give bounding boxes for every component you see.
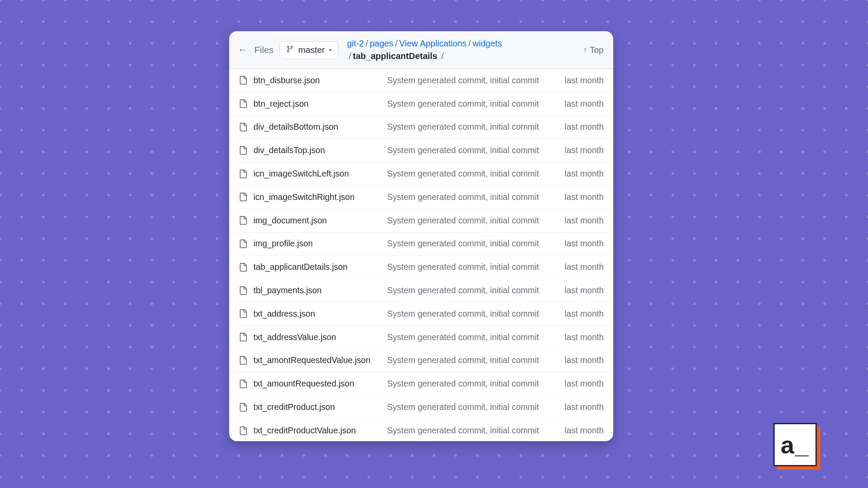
- file-time: last month: [565, 75, 604, 85]
- file-time: last month: [565, 122, 604, 132]
- file-row[interactable]: div_detailsBottom.jsonSystem generated c…: [229, 116, 613, 139]
- file-time: last month: [565, 285, 604, 295]
- file-commit-message[interactable]: System generated commit, initial commit: [387, 379, 565, 389]
- file-icon: [239, 426, 247, 435]
- file-row[interactable]: tbl_payments.jsonSystem generated commit…: [229, 279, 613, 302]
- logo-front: a_: [773, 423, 817, 466]
- file-commit-message[interactable]: System generated commit, initial commit: [387, 169, 565, 179]
- file-name[interactable]: tbl_payments.json: [253, 285, 387, 295]
- caret-down-icon: ▾: [329, 47, 332, 53]
- back-arrow-icon[interactable]: ←: [237, 43, 248, 56]
- file-row[interactable]: tab_applicantDetails.jsonSystem generate…: [229, 255, 613, 279]
- arrow-up-icon: ↑: [583, 46, 587, 55]
- file-icon: [239, 239, 247, 248]
- file-commit-message[interactable]: System generated commit, initial commit: [387, 122, 565, 132]
- file-row[interactable]: btn_reject.jsonSystem generated commit, …: [229, 92, 613, 116]
- file-time: last month: [565, 145, 604, 155]
- file-icon: [239, 286, 247, 295]
- files-label: Files: [254, 45, 273, 55]
- file-name[interactable]: txt_amontRequestedValue.json: [253, 355, 387, 365]
- file-name[interactable]: div_detailsBottom.json: [253, 122, 387, 132]
- file-row[interactable]: txt_amontRequestedValue.jsonSystem gener…: [229, 349, 613, 373]
- repo-panel: ← Files master ▾ git-2/pages/View Applic…: [229, 31, 613, 441]
- file-icon: [239, 216, 247, 225]
- file-time: last month: [565, 239, 604, 249]
- file-name[interactable]: div_detailsTop.json: [253, 145, 387, 155]
- panel-header: ← Files master ▾ git-2/pages/View Applic…: [229, 31, 613, 69]
- file-row[interactable]: txt_creditProductValue.jsonSystem genera…: [229, 419, 613, 441]
- file-time: last month: [565, 402, 604, 412]
- breadcrumb-segment[interactable]: View Applications: [399, 39, 467, 48]
- file-icon: [239, 380, 247, 388]
- file-icon: [239, 356, 247, 365]
- branch-name: master: [298, 45, 325, 55]
- file-row[interactable]: div_detailsTop.jsonSystem generated comm…: [229, 139, 613, 162]
- top-link[interactable]: ↑ Top: [583, 45, 604, 55]
- file-icon: [239, 146, 247, 155]
- file-icon: [239, 99, 247, 108]
- file-list: btn_disburse.jsonSystem generated commit…: [229, 69, 613, 441]
- file-icon: [239, 123, 247, 131]
- file-time: last month: [565, 192, 604, 202]
- file-commit-message[interactable]: System generated commit, initial commit: [387, 192, 565, 202]
- file-name[interactable]: tab_applicantDetails.json: [253, 262, 387, 272]
- file-time: last month: [565, 262, 604, 272]
- file-row[interactable]: icn_imageSwitchLeft.jsonSystem generated…: [229, 162, 613, 186]
- file-row[interactable]: icn_imageSwitchRight.jsonSystem generate…: [229, 186, 613, 209]
- file-commit-message[interactable]: System generated commit, initial commit: [387, 75, 565, 85]
- file-icon: [239, 76, 247, 85]
- file-row[interactable]: btn_disburse.jsonSystem generated commit…: [229, 69, 613, 92]
- file-commit-message[interactable]: System generated commit, initial commit: [387, 332, 565, 342]
- file-commit-message[interactable]: System generated commit, initial commit: [387, 239, 565, 249]
- file-commit-message[interactable]: System generated commit, initial commit: [387, 355, 565, 365]
- file-commit-message[interactable]: System generated commit, initial commit: [387, 285, 565, 295]
- file-name[interactable]: icn_imageSwitchRight.json: [253, 192, 387, 202]
- file-time: last month: [565, 309, 604, 319]
- file-name[interactable]: txt_amountRequested.json: [253, 379, 387, 389]
- git-branch-icon: [286, 45, 294, 55]
- breadcrumbs: git-2/pages/View Applications/widgets/ta…: [344, 37, 577, 62]
- logo-badge: a_: [773, 423, 817, 466]
- file-name[interactable]: icn_imageSwitchLeft.json: [253, 169, 387, 179]
- breadcrumb-current: tab_applicantDetails: [353, 51, 437, 61]
- breadcrumb-segment[interactable]: pages: [370, 39, 394, 48]
- top-label: Top: [590, 45, 604, 55]
- branch-selector[interactable]: master ▾: [279, 41, 338, 59]
- file-time: last month: [565, 379, 604, 389]
- file-row[interactable]: img_profile.jsonSystem generated commit,…: [229, 233, 613, 256]
- file-row[interactable]: txt_amountRequested.jsonSystem generated…: [229, 372, 613, 396]
- file-icon: [239, 333, 247, 341]
- file-time: last month: [565, 426, 604, 436]
- breadcrumb-segment[interactable]: widgets: [473, 39, 502, 48]
- file-time: last month: [565, 355, 604, 365]
- file-commit-message[interactable]: System generated commit, initial commit: [387, 426, 565, 436]
- file-row[interactable]: img_document.jsonSystem generated commit…: [229, 209, 613, 233]
- breadcrumb-root[interactable]: git-2: [347, 39, 364, 48]
- file-name[interactable]: btn_disburse.json: [253, 75, 387, 85]
- file-icon: [239, 263, 247, 272]
- file-icon: [239, 403, 247, 412]
- file-row[interactable]: txt_addressValue.jsonSystem generated co…: [229, 326, 613, 349]
- file-time: last month: [565, 169, 604, 179]
- file-name[interactable]: btn_reject.json: [253, 99, 387, 109]
- file-name[interactable]: txt_addressValue.json: [253, 332, 387, 342]
- file-commit-message[interactable]: System generated commit, initial commit: [387, 402, 565, 412]
- file-name[interactable]: txt_address.json: [253, 309, 387, 319]
- file-time: last month: [565, 332, 604, 342]
- file-time: last month: [565, 99, 604, 109]
- file-name[interactable]: img_profile.json: [253, 239, 387, 249]
- file-name[interactable]: img_document.json: [253, 216, 387, 226]
- file-name[interactable]: txt_creditProductValue.json: [253, 426, 387, 436]
- file-commit-message[interactable]: System generated commit, initial commit: [387, 99, 565, 109]
- file-icon: [239, 193, 247, 201]
- file-row[interactable]: txt_creditProduct.jsonSystem generated c…: [229, 396, 613, 419]
- file-icon: [239, 309, 247, 318]
- file-commit-message[interactable]: System generated commit, initial commit: [387, 262, 565, 272]
- file-icon: [239, 170, 247, 178]
- file-commit-message[interactable]: System generated commit, initial commit: [387, 216, 565, 226]
- file-commit-message[interactable]: System generated commit, initial commit: [387, 145, 565, 155]
- file-time: last month: [565, 216, 604, 226]
- file-commit-message[interactable]: System generated commit, initial commit: [387, 309, 565, 319]
- file-row[interactable]: txt_address.jsonSystem generated commit,…: [229, 302, 613, 326]
- file-name[interactable]: txt_creditProduct.json: [253, 402, 387, 412]
